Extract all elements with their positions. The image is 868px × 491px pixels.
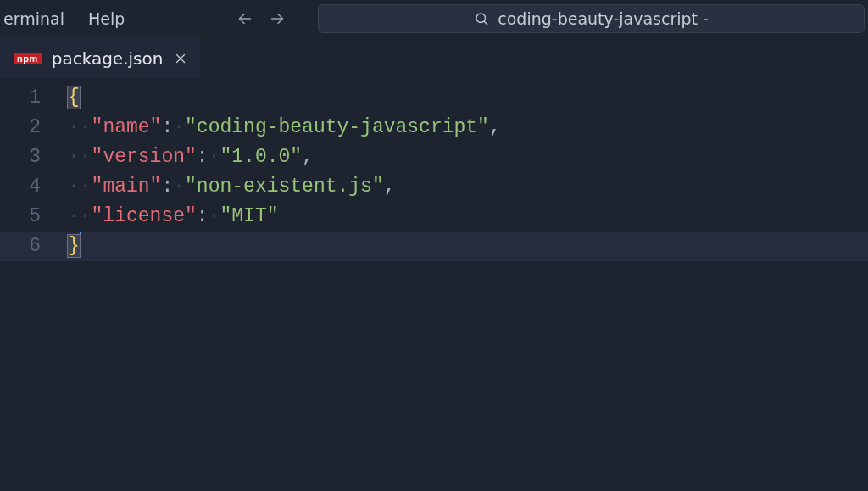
code-line[interactable]: 5 ··"license":·"MIT" — [0, 202, 868, 232]
nav-arrows — [233, 7, 289, 31]
line-number: 2 — [0, 113, 68, 142]
colon: : — [161, 176, 173, 198]
whitespace: ·· — [68, 205, 92, 227]
nav-back-button[interactable] — [233, 7, 257, 31]
brace-open: { — [68, 86, 80, 109]
nav-forward-button[interactable] — [265, 7, 289, 31]
text-cursor — [80, 232, 81, 254]
whitespace: · — [173, 176, 185, 198]
tab-title: package.json — [52, 48, 164, 69]
menu-help[interactable]: Help — [78, 6, 135, 31]
whitespace: · — [209, 146, 220, 168]
npm-icon: npm — [14, 53, 42, 64]
json-key: "main" — [92, 176, 162, 198]
json-string: "non-existent.js" — [185, 176, 384, 198]
tab-package-json[interactable]: npm package.json — [0, 37, 200, 78]
whitespace: ·· — [68, 146, 92, 168]
svg-point-0 — [476, 14, 486, 23]
comma: , — [384, 176, 396, 198]
arrow-left-icon — [236, 9, 254, 28]
line-number: 3 — [0, 142, 68, 172]
search-icon — [474, 11, 489, 26]
json-key: "license" — [92, 205, 197, 227]
brace-close: } — [68, 235, 80, 257]
whitespace: ·· — [68, 116, 92, 138]
tab-bar: npm package.json — [0, 37, 868, 78]
whitespace: · — [209, 205, 220, 227]
whitespace: · — [173, 116, 185, 138]
code-editor[interactable]: 1 { 2 ··"name":·"coding-beauty-javascrip… — [0, 78, 868, 261]
search-text: coding-beauty-javascript - — [498, 9, 709, 28]
json-string: "1.0.0" — [220, 146, 302, 168]
json-key: "name" — [92, 116, 162, 138]
line-number: 1 — [0, 83, 68, 113]
colon: : — [161, 116, 173, 138]
arrow-right-icon — [268, 9, 287, 28]
code-line[interactable]: 2 ··"name":·"coding-beauty-javascript", — [0, 113, 868, 142]
colon: : — [197, 205, 209, 227]
code-line[interactable]: 3 ··"version":·"1.0.0", — [0, 142, 868, 172]
whitespace: ·· — [68, 176, 92, 198]
line-number: 6 — [0, 232, 68, 261]
json-string: "coding-beauty-javascript" — [185, 116, 489, 138]
code-line[interactable]: 4 ··"main":·"non-existent.js", — [0, 172, 868, 202]
line-number: 4 — [0, 172, 68, 202]
comma: , — [302, 146, 314, 168]
command-center-search[interactable]: coding-beauty-javascript - — [318, 4, 865, 33]
code-line-current[interactable]: 6 } — [0, 232, 868, 261]
json-key: "version" — [92, 146, 197, 168]
menu-terminal[interactable]: erminal — [3, 6, 75, 31]
colon: : — [197, 146, 209, 168]
code-line[interactable]: 1 { — [0, 83, 868, 113]
close-icon — [173, 51, 188, 66]
menu-bar: erminal Help coding-beauty-javascript - — [0, 0, 868, 37]
line-number: 5 — [0, 202, 68, 232]
tab-close-button[interactable] — [173, 51, 188, 66]
comma: , — [489, 116, 501, 138]
json-string: "MIT" — [220, 205, 278, 227]
